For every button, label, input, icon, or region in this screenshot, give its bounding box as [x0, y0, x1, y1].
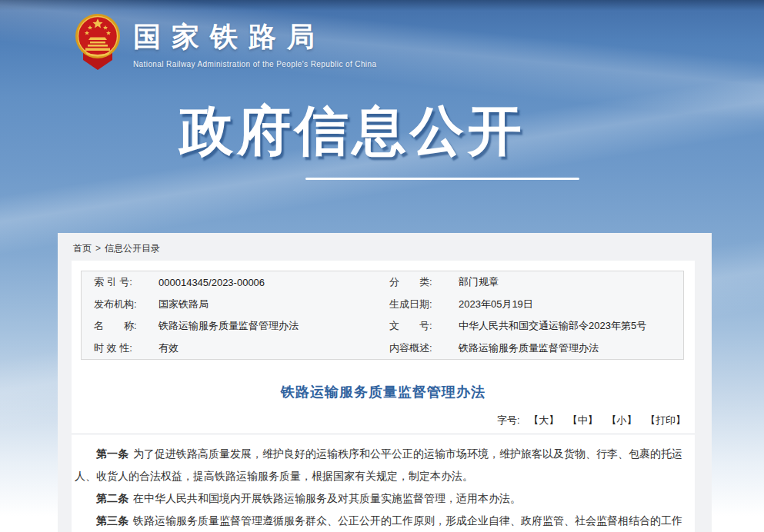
paragraph-lead: 第二条	[96, 492, 128, 504]
article-paragraph-1: 第一条为了促进铁路高质量发展，维护良好的运输秩序和公平公正的运输市场环境，维护旅…	[75, 443, 692, 487]
font-medium-button[interactable]: 【中】	[568, 414, 598, 426]
breadcrumb-home-link[interactable]: 首页	[73, 243, 92, 254]
meta-label-summary: 内容概述:	[389, 341, 459, 355]
meta-value-summary: 铁路运输服务质量监督管理办法	[459, 341, 683, 355]
document-meta-table: 索 引 号: 000014345/2023-00006 分 类: 部门规章 发布…	[81, 271, 684, 360]
article-paragraph-2: 第二条在中华人民共和国境内开展铁路运输服务及对其质量实施监督管理，适用本办法。	[75, 487, 692, 510]
font-large-button[interactable]: 【大】	[529, 414, 559, 426]
page-banner-title: 政府信息公开	[0, 95, 705, 168]
article-paragraph-3: 第三条铁路运输服务质量监督管理遵循服务群众、公正公开的工作原则，形成企业自律、政…	[75, 510, 692, 532]
prc-national-emblem-icon	[73, 12, 122, 72]
paragraph-lead: 第一条	[96, 447, 128, 460]
meta-label-index-no: 索 引 号:	[94, 275, 158, 289]
banner-underline	[305, 178, 579, 180]
breadcrumb-separator: >	[95, 243, 101, 254]
meta-label-validity: 时 效 性:	[94, 341, 158, 355]
paragraph-text: 铁路运输服务质量监督管理遵循服务群众、公正公开的工作原则，形成企业自律、政府监管…	[75, 514, 682, 532]
breadcrumb-current-link[interactable]: 信息公开目录	[105, 243, 160, 254]
agency-title-block: 国家铁路局 National Railway Administration of…	[133, 12, 376, 68]
content-wrapper: 首页>信息公开目录 索 引 号: 000014345/2023-00006 分 …	[58, 233, 712, 532]
document-card: 索 引 号: 000014345/2023-00006 分 类: 部门规章 发布…	[72, 261, 695, 532]
meta-label-issuer: 发布机构:	[94, 298, 158, 311]
article-title: 铁路运输服务质量监督管理办法	[72, 383, 695, 401]
meta-value-index-no: 000014345/2023-00006	[158, 277, 389, 288]
breadcrumb: 首页>信息公开目录	[73, 242, 160, 255]
table-row: 发布机构: 国家铁路局 生成日期: 2023年05月19日	[82, 294, 683, 316]
site-logo[interactable]: 国家铁路局 National Railway Administration of…	[73, 12, 376, 72]
meta-value-date: 2023年05月19日	[459, 298, 683, 311]
meta-value-issuer: 国家铁路局	[158, 298, 389, 311]
meta-label-category: 分 类:	[389, 275, 459, 289]
paragraph-text: 在中华人民共和国境内开展铁路运输服务及对其质量实施监督管理，适用本办法。	[133, 492, 521, 504]
paragraph-lead: 第三条	[96, 514, 128, 527]
table-row: 时 效 性: 有效 内容概述: 铁路运输服务质量监督管理办法	[82, 337, 683, 360]
page: { "header": { "agency_name": "国家铁路局", "a…	[0, 0, 764, 532]
paragraph-text: 为了促进铁路高质量发展，维护良好的运输秩序和公平公正的运输市场环境，维护旅客以及…	[75, 447, 682, 482]
meta-label-name: 名 称:	[94, 319, 158, 333]
meta-label-date: 生成日期:	[389, 298, 459, 311]
article-body: 第一条为了促进铁路高质量发展，维护良好的运输秩序和公平公正的运输市场环境，维护旅…	[72, 434, 695, 532]
meta-label-doc-no: 文 号:	[389, 319, 459, 333]
meta-value-category: 部门规章	[459, 275, 683, 289]
meta-value-name: 铁路运输服务质量监督管理办法	[158, 319, 389, 333]
agency-name: 国家铁路局	[133, 18, 376, 56]
print-button[interactable]: 【打印】	[646, 414, 686, 426]
agency-name-en: National Railway Administration of the P…	[133, 60, 376, 68]
table-row: 名 称: 铁路运输服务质量监督管理办法 文 号: 中华人民共和国交通运输部令20…	[82, 315, 683, 337]
table-row: 索 引 号: 000014345/2023-00006 分 类: 部门规章	[82, 271, 683, 294]
meta-value-doc-no: 中华人民共和国交通运输部令2023年第5号	[459, 319, 683, 333]
font-size-label: 字号:	[497, 414, 520, 426]
font-small-button[interactable]: 【小】	[606, 414, 636, 426]
meta-value-validity: 有效	[158, 341, 389, 355]
font-size-toolbar: 字号: 【大】 【中】 【小】 【打印】	[72, 414, 695, 427]
